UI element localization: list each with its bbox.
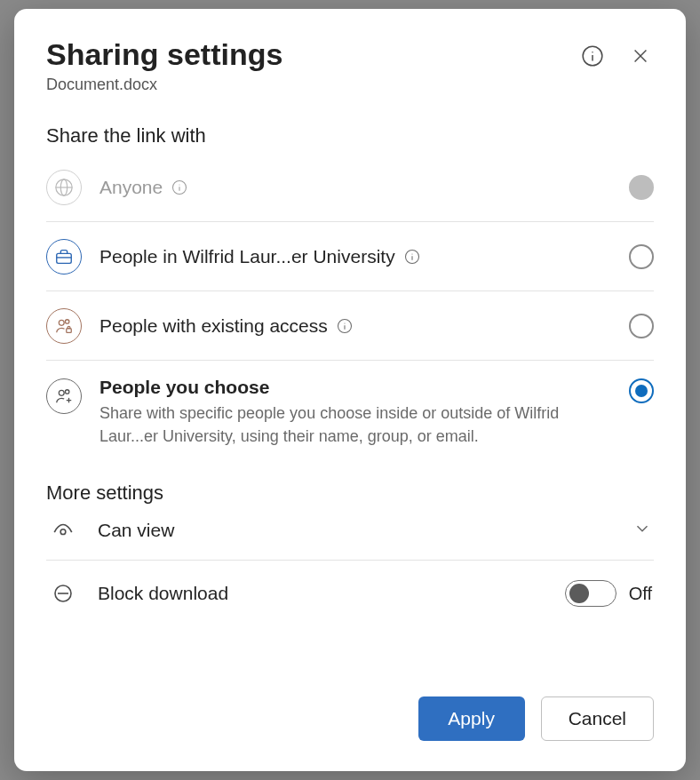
svg-rect-11 xyxy=(57,253,72,263)
dialog-header-buttons xyxy=(579,43,654,69)
people-add-icon xyxy=(46,378,82,414)
svg-point-1 xyxy=(592,52,593,53)
option-organization[interactable]: People in Wilfrid Laur...er University xyxy=(46,222,654,291)
dialog-footer: Apply Cancel xyxy=(46,672,654,741)
toggle-knob xyxy=(569,584,589,603)
info-icon[interactable] xyxy=(337,318,353,334)
svg-point-22 xyxy=(59,390,64,395)
apply-button[interactable]: Apply xyxy=(418,696,525,741)
option-organization-radio[interactable] xyxy=(629,244,654,269)
option-organization-label-row: People in Wilfrid Laur...er University xyxy=(99,246,611,267)
share-link-heading: Share the link with xyxy=(46,124,654,147)
svg-point-20 xyxy=(344,322,345,323)
option-organization-body: People in Wilfrid Laur...er University xyxy=(99,246,611,267)
option-specific-body: People you choose Share with specific pe… xyxy=(99,377,611,448)
dialog-header: Sharing settings Document.docx xyxy=(46,37,654,94)
option-specific-radio[interactable] xyxy=(629,378,654,403)
svg-point-26 xyxy=(60,529,66,535)
svg-point-16 xyxy=(59,320,64,325)
block-icon xyxy=(50,583,76,604)
option-specific-label-row: People you choose xyxy=(99,377,611,398)
svg-point-9 xyxy=(179,184,180,185)
option-specific-people[interactable]: People you choose Share with specific pe… xyxy=(46,361,654,460)
permission-dropdown[interactable]: Can view xyxy=(46,506,654,561)
dialog-file-name: Document.docx xyxy=(46,76,282,94)
more-settings-heading: More settings xyxy=(46,482,654,505)
option-existing-label-row: People with existing access xyxy=(99,315,611,337)
block-download-state: Off xyxy=(629,584,652,604)
svg-point-14 xyxy=(411,253,412,254)
info-icon[interactable] xyxy=(171,179,187,195)
svg-point-23 xyxy=(65,390,68,394)
block-download-row: Block download Off xyxy=(46,561,654,616)
option-anyone[interactable]: Anyone xyxy=(46,153,654,222)
sharing-settings-dialog: Sharing settings Document.docx xyxy=(14,9,686,771)
option-anyone-label-row: Anyone xyxy=(99,177,611,198)
close-icon xyxy=(631,46,650,66)
permission-label: Can view xyxy=(98,520,611,541)
people-lock-icon xyxy=(46,308,82,344)
globe-icon xyxy=(46,170,82,205)
option-organization-label: People in Wilfrid Laur...er University xyxy=(99,246,395,267)
briefcase-icon xyxy=(46,239,82,275)
info-button[interactable] xyxy=(579,43,606,69)
close-button[interactable] xyxy=(627,43,654,69)
option-existing-label: People with existing access xyxy=(99,315,328,337)
svg-point-17 xyxy=(65,319,68,322)
block-download-toggle-group: Off xyxy=(565,580,652,607)
option-anyone-label: Anyone xyxy=(99,177,163,198)
svg-rect-18 xyxy=(67,328,72,332)
block-download-label: Block download xyxy=(98,583,544,604)
eye-icon xyxy=(50,519,76,542)
block-download-toggle[interactable] xyxy=(565,580,616,607)
option-specific-description: Share with specific people you choose in… xyxy=(99,402,611,448)
dialog-title: Sharing settings xyxy=(46,37,282,72)
option-anyone-body: Anyone xyxy=(99,177,611,198)
option-existing-radio[interactable] xyxy=(629,314,654,338)
chevron-down-icon xyxy=(632,519,652,542)
dialog-header-text: Sharing settings Document.docx xyxy=(46,37,282,94)
option-existing-access[interactable]: People with existing access xyxy=(46,291,654,361)
option-existing-body: People with existing access xyxy=(99,315,611,337)
info-icon xyxy=(581,44,604,68)
option-anyone-radio xyxy=(629,175,654,200)
cancel-button[interactable]: Cancel xyxy=(541,696,654,741)
option-specific-label: People you choose xyxy=(99,377,269,398)
info-icon[interactable] xyxy=(404,249,420,265)
